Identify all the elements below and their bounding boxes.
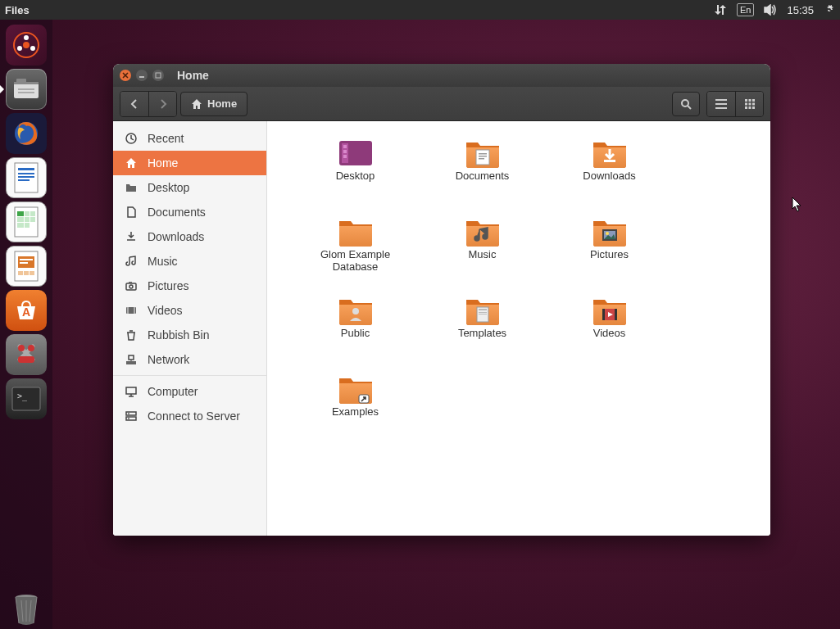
svg-rect-61 bbox=[126, 387, 136, 394]
folder-icon bbox=[336, 372, 375, 405]
clock[interactable]: 15:35 bbox=[787, 4, 814, 16]
language-indicator[interactable]: En bbox=[737, 3, 754, 16]
svg-rect-9 bbox=[18, 92, 34, 93]
svg-rect-50 bbox=[752, 102, 755, 105]
folder-label: Examples bbox=[332, 406, 379, 419]
list-view-button[interactable] bbox=[707, 92, 735, 116]
folder-videos[interactable]: Videos bbox=[546, 293, 673, 357]
network-icon bbox=[125, 353, 138, 366]
svg-point-1 bbox=[24, 35, 29, 40]
svg-rect-27 bbox=[20, 259, 33, 260]
top-menu-bar: Files En 15:35 bbox=[0, 0, 840, 20]
folder-label: Pictures bbox=[590, 249, 629, 261]
svg-rect-57 bbox=[129, 282, 132, 283]
back-button[interactable] bbox=[120, 92, 148, 116]
svg-point-79 bbox=[352, 308, 359, 314]
grid-view-button[interactable] bbox=[735, 92, 763, 116]
svg-rect-23 bbox=[17, 223, 24, 228]
sidebar-item-network[interactable]: Network bbox=[113, 347, 266, 372]
svg-point-78 bbox=[606, 232, 609, 235]
folder-icon bbox=[463, 293, 502, 326]
sidebar-item-connect-to-server[interactable]: Connect to Server bbox=[113, 404, 266, 428]
launcher-trash[interactable] bbox=[6, 588, 47, 629]
svg-rect-86 bbox=[615, 309, 617, 320]
sidebar-item-pictures[interactable]: Pictures bbox=[113, 274, 266, 298]
svg-rect-29 bbox=[18, 271, 23, 275]
svg-rect-21 bbox=[25, 217, 30, 222]
location-home[interactable]: Home bbox=[180, 92, 247, 116]
sidebar-item-videos[interactable]: Videos bbox=[113, 298, 266, 323]
sidebar-item-downloads[interactable]: Downloads bbox=[113, 224, 266, 249]
svg-rect-48 bbox=[745, 102, 747, 105]
folder-public[interactable]: Public bbox=[292, 293, 419, 357]
svg-rect-60 bbox=[129, 355, 134, 360]
folder-icon bbox=[125, 181, 138, 194]
launcher-software[interactable]: A bbox=[6, 290, 47, 331]
sound-icon[interactable] bbox=[764, 4, 777, 16]
search-button[interactable] bbox=[672, 92, 700, 116]
sidebar-item-music[interactable]: Music bbox=[113, 249, 266, 274]
svg-rect-55 bbox=[126, 283, 136, 290]
svg-rect-73 bbox=[479, 156, 487, 157]
folder-desktop[interactable]: Desktop bbox=[292, 136, 419, 200]
launcher-terminal[interactable]: >_ bbox=[6, 378, 47, 419]
folder-documents[interactable]: Documents bbox=[419, 136, 546, 200]
folder-icon bbox=[463, 215, 502, 247]
svg-rect-62 bbox=[126, 412, 136, 415]
window-titlebar[interactable]: Home bbox=[113, 64, 770, 87]
sidebar-item-rubbish-bin[interactable]: Rubbish Bin bbox=[113, 323, 266, 347]
svg-point-4 bbox=[23, 42, 30, 48]
launcher-impress[interactable] bbox=[6, 246, 47, 287]
sidebar-item-desktop[interactable]: Desktop bbox=[113, 175, 266, 200]
folder-downloads[interactable]: Downloads bbox=[546, 136, 673, 200]
launcher-firefox[interactable] bbox=[6, 113, 47, 154]
folder-label: Public bbox=[341, 328, 370, 340]
document-icon bbox=[125, 206, 138, 219]
svg-rect-8 bbox=[18, 88, 34, 90]
svg-text:>_: >_ bbox=[17, 391, 28, 401]
home-icon bbox=[125, 156, 138, 170]
svg-rect-71 bbox=[476, 150, 489, 165]
svg-rect-85 bbox=[602, 309, 605, 320]
mouse-cursor bbox=[792, 197, 803, 213]
svg-rect-19 bbox=[30, 211, 35, 216]
sidebar-item-documents[interactable]: Documents bbox=[113, 200, 266, 224]
svg-point-3 bbox=[30, 46, 35, 51]
sidebar-item-computer[interactable]: Computer bbox=[113, 379, 266, 404]
folder-examples[interactable]: Examples bbox=[292, 372, 419, 436]
folder-label: Videos bbox=[593, 328, 626, 340]
sidebar-item-home[interactable]: Home bbox=[113, 151, 266, 175]
svg-rect-7 bbox=[16, 79, 26, 83]
minimize-button[interactable] bbox=[136, 70, 148, 81]
sidebar-item-recent[interactable]: Recent bbox=[113, 126, 266, 151]
svg-text:A: A bbox=[22, 305, 30, 319]
svg-rect-51 bbox=[745, 106, 747, 109]
launcher-calc[interactable] bbox=[6, 201, 47, 242]
folder-glom-example[interactable]: Glom ExampleDatabase bbox=[292, 215, 419, 278]
folder-icon bbox=[336, 215, 375, 247]
folder-templates[interactable]: Templates bbox=[419, 293, 546, 357]
svg-rect-68 bbox=[343, 145, 347, 148]
svg-rect-52 bbox=[748, 106, 751, 109]
folder-icon bbox=[590, 136, 629, 169]
close-button[interactable] bbox=[120, 70, 131, 81]
camera-icon bbox=[125, 279, 138, 292]
svg-point-41 bbox=[682, 100, 688, 106]
app-menu-title[interactable]: Files bbox=[5, 4, 30, 16]
svg-rect-35 bbox=[18, 356, 34, 363]
folder-label: Documents bbox=[456, 170, 510, 183]
gear-icon[interactable] bbox=[824, 4, 835, 16]
svg-rect-39 bbox=[139, 76, 144, 78]
maximize-button[interactable] bbox=[152, 70, 164, 81]
svg-point-2 bbox=[17, 46, 22, 51]
launcher-settings[interactable] bbox=[6, 334, 47, 375]
network-icon[interactable] bbox=[714, 4, 727, 16]
forward-button[interactable] bbox=[148, 92, 176, 116]
launcher-files[interactable] bbox=[6, 69, 47, 110]
folder-pictures[interactable]: Pictures bbox=[546, 215, 673, 278]
folder-music[interactable]: Music bbox=[419, 215, 546, 278]
svg-rect-22 bbox=[30, 217, 35, 222]
launcher-writer[interactable] bbox=[6, 157, 47, 198]
svg-rect-59 bbox=[126, 361, 136, 364]
launcher-dash[interactable] bbox=[6, 25, 47, 66]
